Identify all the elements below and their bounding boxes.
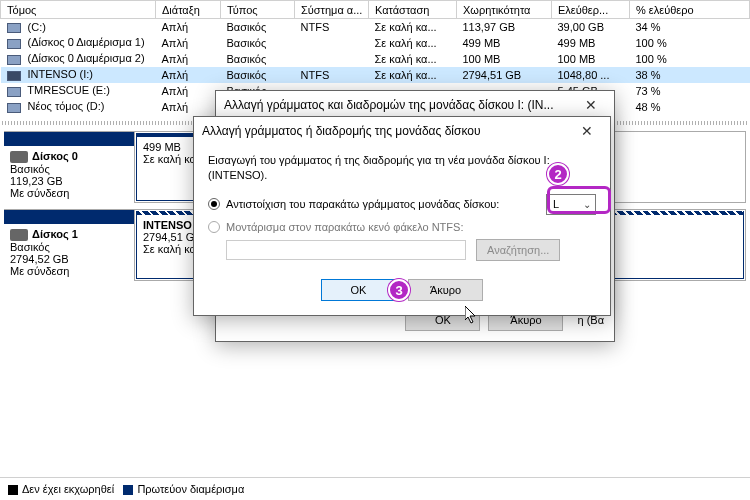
disk0-header: Δίσκος 0 Βασικός119,23 GBΜε σύνδεση [4,131,134,203]
volume-icon [7,23,21,33]
volume-icon [7,103,21,113]
ok-button[interactable]: OK [321,279,396,301]
column-header[interactable]: Σύστημα α... [295,1,369,19]
volume-icon [7,39,21,49]
step-badge-3: 3 [388,279,410,301]
table-row[interactable]: (C:)ΑπλήΒασικόςNTFSΣε καλή κα...113,97 G… [1,19,750,35]
disk1-header: Δίσκος 1 Βασικός2794,52 GBΜε σύνδεση [4,209,134,281]
radio-mount-folder[interactable] [208,221,220,233]
highlight-ring [547,186,611,214]
back-dialog-title: Αλλαγή γράμματος και διαδρομών της μονάδ… [224,98,554,112]
column-header[interactable]: Χωρητικότητα [457,1,552,19]
volume-icon [7,55,21,65]
cancel-button[interactable]: Άκυρο [408,279,483,301]
volume-icon [7,71,21,81]
column-header[interactable]: Τόμος [1,1,156,19]
step-badge-2: 2 [547,163,569,185]
browse-button: Αναζήτηση... [476,239,560,261]
column-header[interactable]: Τύπος [221,1,295,19]
close-icon[interactable]: ✕ [572,123,602,139]
column-header[interactable]: % ελεύθερο [630,1,750,19]
legend: Δεν έχει εκχωρηθεί Πρωτεύον διαμέρισμα [0,477,750,500]
radio-assign-letter[interactable] [208,198,220,210]
table-row[interactable]: (Δίσκος 0 Διαμέρισμα 2)ΑπλήΒασικόςΣε καλ… [1,51,750,67]
mount-path-input [226,240,466,260]
table-row[interactable]: INTENSO (I:)ΑπλήΒασικόςNTFSΣε καλή κα...… [1,67,750,83]
table-row[interactable]: (Δίσκος 0 Διαμέρισμα 1)ΑπλήΒασικόςΣε καλ… [1,35,750,51]
column-header[interactable]: Κατάσταση [369,1,457,19]
close-icon[interactable]: ✕ [576,97,606,113]
disk-icon [10,229,28,241]
column-header[interactable]: Ελεύθερ... [552,1,630,19]
dialog-title: Αλλαγή γράμματος ή διαδρομής της μονάδας… [202,124,480,138]
column-header[interactable]: Διάταξη [156,1,221,19]
volume-icon [7,87,21,97]
dialog-instruction: Εισαγωγή του γράμματος ή της διαδρομής γ… [208,153,596,184]
disk-icon [10,151,28,163]
mouse-cursor [465,306,479,326]
